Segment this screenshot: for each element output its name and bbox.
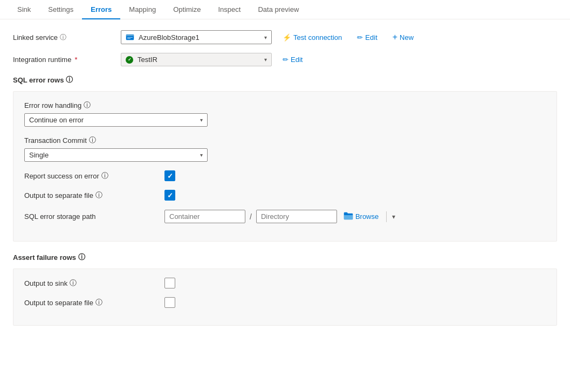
path-separator: / [248, 212, 254, 221]
integration-runtime-value: TestIR [138, 56, 157, 64]
output-separate-info-icon[interactable]: ⓘ [95, 190, 102, 200]
edit-linked-service-icon: ✏ [357, 33, 363, 42]
sql-error-storage-path-row: SQL error storage path / Browse ▾ [24, 209, 546, 224]
test-connection-button[interactable]: ⚡ Test connection [278, 31, 346, 44]
tab-data-preview[interactable]: Data preview [249, 0, 307, 19]
directory-input[interactable] [256, 210, 337, 223]
assert-failure-info-icon[interactable]: ⓘ [78, 252, 85, 262]
required-asterisk: * [74, 56, 77, 64]
edit-runtime-icon: ✏ [283, 56, 289, 64]
sql-error-rows-info-icon[interactable]: ⓘ [66, 75, 73, 85]
tab-sink[interactable]: Sink [9, 0, 39, 19]
storage-path-controls: / Browse ▾ [164, 209, 397, 224]
tab-settings[interactable]: Settings [39, 0, 82, 19]
error-row-handling-label: Error row handling ⓘ [24, 100, 546, 110]
integration-runtime-label: Integration runtime * [13, 56, 121, 64]
linked-service-dropdown[interactable]: AzureBlobStorage1 ▾ [121, 30, 272, 44]
linked-service-label: Linked service ⓘ [13, 33, 121, 42]
browse-button[interactable]: Browse [339, 209, 383, 224]
report-success-on-error-checkbox[interactable]: ✓ [164, 170, 175, 181]
container-input[interactable] [164, 210, 245, 223]
output-to-sink-row: Output to sink ⓘ [24, 278, 546, 288]
runtime-status-icon [126, 56, 133, 64]
output-separate-file-checkbox[interactable]: ✓ [164, 190, 175, 201]
new-linked-service-button[interactable]: + New [388, 30, 418, 44]
expand-storage-path-button[interactable]: ▾ [390, 211, 397, 223]
sql-error-rows-section: Error row handling ⓘ Continue on error ▾… [13, 91, 557, 242]
transaction-commit-info-icon[interactable]: ⓘ [89, 135, 96, 145]
edit-linked-service-button[interactable]: ✏ Edit [353, 31, 381, 44]
error-row-handling-info-icon[interactable]: ⓘ [84, 100, 91, 110]
test-connection-icon: ⚡ [283, 33, 291, 42]
transaction-commit-label: Transaction Commit ⓘ [24, 135, 546, 145]
folder-icon [344, 211, 353, 222]
tab-inspect[interactable]: Inspect [209, 0, 249, 19]
assert-output-separate-info-icon[interactable]: ⓘ [95, 298, 102, 307]
output-separate-file-row: Output to separate file ⓘ ✓ [24, 190, 546, 201]
output-to-sink-info-icon[interactable]: ⓘ [70, 278, 77, 288]
integration-runtime-dropdown[interactable]: TestIR ▾ [121, 53, 272, 66]
output-to-sink-checkbox[interactable] [164, 278, 175, 288]
assert-failure-rows-header: Assert failure rows ⓘ [13, 252, 557, 262]
transaction-commit-dropdown[interactable]: Single ▾ [24, 148, 208, 162]
linked-service-value: AzureBlobStorage1 [139, 33, 200, 42]
storage-icon [126, 33, 134, 42]
error-row-handling-dropdown[interactable]: Continue on error ▾ [24, 113, 208, 127]
assert-output-separate-file-checkbox[interactable] [164, 297, 175, 308]
tab-mapping[interactable]: Mapping [120, 0, 164, 19]
edit-integration-runtime-button[interactable]: ✏ Edit [278, 53, 307, 66]
new-linked-service-icon: + [393, 32, 397, 42]
assert-output-separate-file-row: Output to separate file ⓘ [24, 297, 546, 308]
integration-runtime-row: Integration runtime * TestIR ▾ ✏ Edit [13, 53, 557, 66]
sql-error-rows-header: SQL error rows ⓘ [13, 75, 557, 85]
browse-divider [386, 211, 387, 222]
report-success-info-icon[interactable]: ⓘ [101, 171, 108, 181]
linked-service-row: Linked service ⓘ AzureBlobStorage1 [13, 30, 557, 44]
linked-service-chevron-icon: ▾ [264, 35, 267, 40]
integration-runtime-controls: TestIR ▾ ✏ Edit [121, 53, 307, 66]
svg-rect-3 [127, 38, 131, 39]
svg-rect-1 [126, 35, 134, 36]
main-content: Linked service ⓘ AzureBlobStorage1 [0, 19, 570, 347]
svg-rect-2 [127, 37, 133, 38]
error-row-handling-group: Error row handling ⓘ Continue on error ▾ [24, 100, 546, 127]
report-success-on-error-row: Report success on error ⓘ ✓ [24, 170, 546, 181]
assert-failure-rows-section: Output to sink ⓘ Output to separate file… [13, 269, 557, 326]
transaction-commit-group: Transaction Commit ⓘ Single ▾ [24, 135, 546, 162]
tab-bar: Sink Settings Errors Mapping Optimize In… [0, 0, 570, 19]
linked-service-info-icon[interactable]: ⓘ [60, 33, 66, 42]
integration-runtime-chevron-icon: ▾ [264, 57, 267, 63]
tab-optimize[interactable]: Optimize [164, 0, 209, 19]
tab-errors[interactable]: Errors [82, 0, 120, 19]
transaction-commit-chevron-icon: ▾ [200, 152, 203, 158]
linked-service-controls: AzureBlobStorage1 ▾ ⚡ Test connection ✏ … [121, 30, 418, 44]
error-row-handling-chevron-icon: ▾ [200, 117, 203, 123]
